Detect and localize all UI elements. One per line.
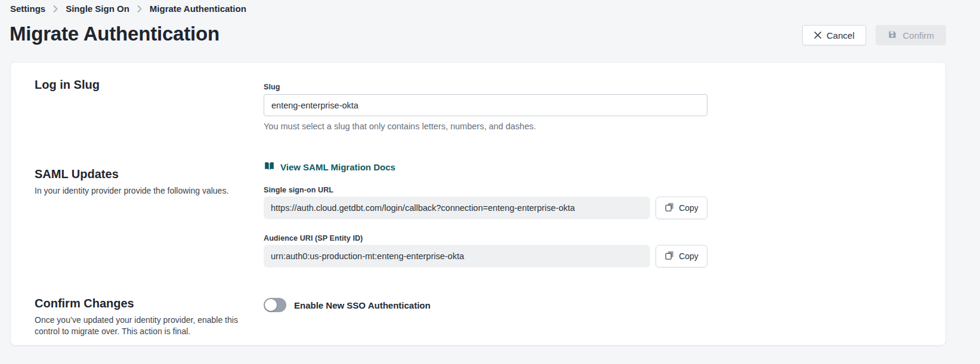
migrate-authentication-card: Log in Slug Slug You must select a slug …: [10, 62, 946, 346]
confirm-button-label: Confirm: [902, 30, 934, 41]
saml-updates-description: In your identity provider provide the fo…: [35, 185, 240, 197]
breadcrumb: Settings Single Sign On Migrate Authenti…: [10, 4, 246, 14]
single-sign-on-url-value: https://auth.cloud.getdbt.com/login/call…: [264, 197, 650, 219]
cancel-button[interactable]: Cancel: [802, 25, 867, 45]
breadcrumb-settings[interactable]: Settings: [10, 4, 45, 14]
section-saml-updates: SAML Updates In your identity provider p…: [11, 161, 945, 267]
copy-button-label: Copy: [679, 203, 698, 213]
enable-sso-toggle-label: Enable New SSO Authentication: [294, 300, 431, 310]
docs-link-label: View SAML Migration Docs: [280, 162, 395, 172]
slug-helper-text: You must select a slug that only contain…: [264, 122, 710, 131]
confirm-changes-description: Once you’ve updated your identity provid…: [35, 315, 240, 337]
chevron-right-icon: [137, 5, 142, 13]
confirm-changes-heading: Confirm Changes: [35, 297, 240, 310]
cancel-button-label: Cancel: [827, 30, 855, 41]
log-in-slug-heading: Log in Slug: [35, 78, 240, 92]
copy-sso-url-button[interactable]: Copy: [656, 197, 707, 219]
header-actions: Cancel Confirm: [802, 25, 946, 45]
audience-uri-label: Audience URI (SP Entity ID): [264, 234, 710, 242]
open-book-icon: [264, 161, 275, 173]
page-title: Migrate Authentication: [10, 23, 220, 45]
audience-uri-value: urn:auth0:us-production-mt:enteng-enterp…: [264, 245, 650, 267]
copy-icon: [664, 250, 675, 262]
chevron-right-icon: [53, 5, 58, 13]
single-sign-on-url-label: Single sign-on URL: [264, 186, 710, 194]
enable-sso-toggle[interactable]: [264, 298, 286, 312]
copy-icon: [664, 202, 675, 214]
save-icon: [888, 30, 897, 41]
saml-updates-heading: SAML Updates: [35, 167, 240, 181]
breadcrumb-migrate-authentication[interactable]: Migrate Authentication: [150, 4, 246, 14]
section-confirm-changes: Confirm Changes Once you’ve updated your…: [11, 297, 945, 337]
toggle-knob: [265, 299, 277, 311]
slug-input[interactable]: [264, 94, 707, 116]
copy-button-label: Copy: [679, 251, 698, 261]
copy-audience-uri-button[interactable]: Copy: [656, 245, 707, 267]
breadcrumb-single-sign-on[interactable]: Single Sign On: [66, 4, 129, 14]
section-log-in-slug: Log in Slug Slug You must select a slug …: [11, 78, 945, 131]
view-saml-migration-docs-link[interactable]: View SAML Migration Docs: [264, 161, 395, 173]
slug-label: Slug: [264, 83, 710, 91]
confirm-button[interactable]: Confirm: [876, 25, 946, 45]
x-icon: [814, 30, 821, 41]
